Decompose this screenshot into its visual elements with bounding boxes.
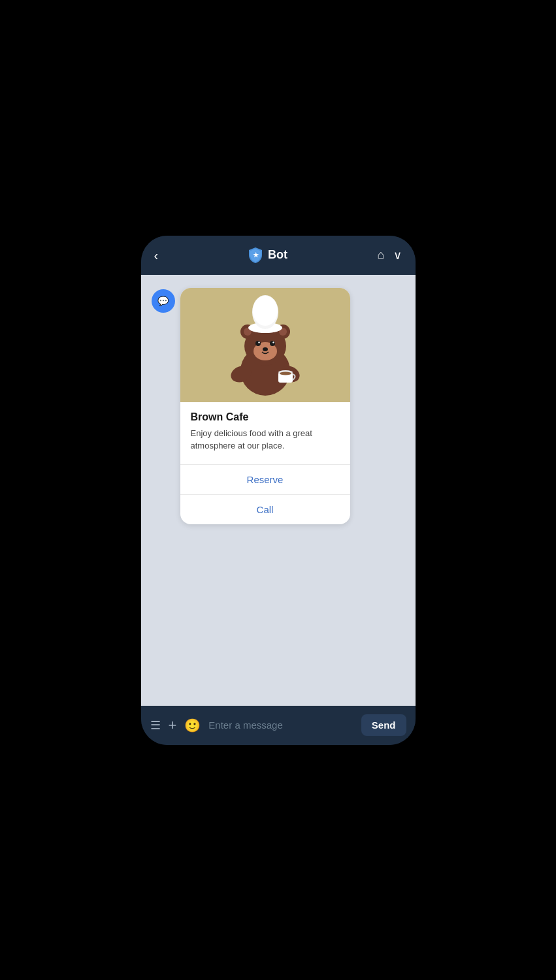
bear-illustration [223,292,308,397]
phone-frame: ‹ ★ Bot ⌂ ∨ 💬 [141,236,416,745]
header: ‹ ★ Bot ⌂ ∨ [141,236,416,275]
bot-avatar: 💬 [152,289,175,313]
card-buttons: Reserve Call [180,465,350,524]
home-icon[interactable]: ⌂ [378,248,385,262]
chevron-down-icon[interactable]: ∨ [393,248,402,262]
chat-bubble-icon: 💬 [157,296,169,306]
back-button[interactable]: ‹ [154,249,159,262]
bottom-bar: ☰ + 🙂 Send [141,706,416,745]
cafe-card: Brown Cafe Enjoy delicious food with a g… [180,288,350,524]
call-button[interactable]: Call [180,495,350,524]
message-input[interactable] [208,719,353,731]
svg-point-13 [272,341,274,343]
add-icon[interactable]: + [169,717,177,734]
menu-icon[interactable]: ☰ [150,718,161,733]
svg-point-11 [270,341,275,346]
bot-message-row: 💬 [152,288,405,524]
card-image [180,288,350,402]
reserve-button[interactable]: Reserve [180,465,350,495]
svg-point-17 [253,296,278,326]
svg-point-10 [255,341,261,346]
header-right: ⌂ ∨ [378,248,402,262]
card-title: Brown Cafe [191,411,340,423]
shield-icon: ★ [248,247,263,264]
svg-point-20 [280,372,291,375]
header-center: ★ Bot [248,247,287,264]
send-button[interactable]: Send [361,714,406,736]
chat-area: 💬 [141,275,416,706]
emoji-icon[interactable]: 🙂 [184,718,201,733]
svg-point-12 [258,341,259,343]
svg-point-14 [263,347,268,351]
card-body: Brown Cafe Enjoy delicious food with a g… [180,402,350,456]
back-arrow-icon: ‹ [154,249,159,262]
header-title: Bot [268,248,287,262]
svg-text:★: ★ [252,251,259,259]
card-description: Enjoy delicious food with a great atmosp… [191,427,340,452]
